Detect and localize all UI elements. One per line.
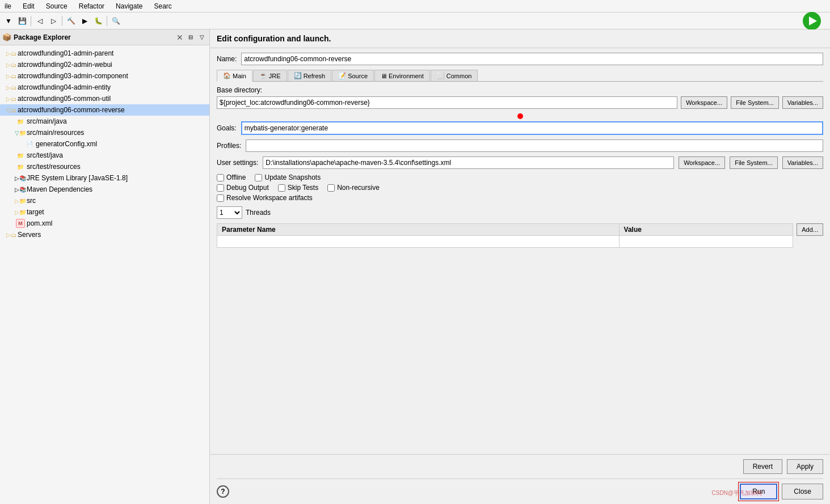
toolbar: ▼ 💾 ◁ ▷ 🔨 ▶ 🐛 🔍 [0,12,830,29]
tree-item-target[interactable]: ▷📁 target [0,206,209,218]
goals-input[interactable] [241,121,823,135]
debug-output-checkbox[interactable]: Debug Output [217,184,269,192]
menu-item-edit[interactable]: Edit [20,2,37,11]
profiles-label: Profiles: [217,142,241,150]
apply-btn[interactable]: Apply [787,459,823,474]
tree-item-project5[interactable]: ▷🗂 atcrowdfunding05-common-util [0,93,209,104]
tb-build-btn[interactable]: 🔨 [65,15,77,27]
skip-tests-checkbox[interactable]: Skip Tests [278,184,318,192]
tb-back-btn[interactable]: ◁ [33,15,46,27]
tree-item-src-test-java[interactable]: 📁 src/test/java [0,150,209,161]
skip-tests-label: Skip Tests [288,184,318,192]
project-folder-icon-2: ▷🗂 [7,60,16,69]
resolve-workspace-checkbox[interactable]: Resolve Workspace artifacts [217,194,313,202]
user-settings-input[interactable] [263,156,674,169]
close-btn[interactable]: Close [782,484,823,499]
config-title: Edit configuration and launch. [217,34,331,43]
tb-save-btn[interactable]: 💾 [16,15,28,27]
run-close-row: Run Close [740,484,823,499]
tree-item-maven-deps[interactable]: ▷📚 Maven Dependencies [0,184,209,195]
menu-item-refactor[interactable]: Refactor [77,2,107,11]
offline-checkbox[interactable]: Offline [217,173,246,181]
base-dir-input[interactable] [217,96,677,109]
tree-item-pom[interactable]: M pom.xml [0,218,209,229]
resolve-workspace-check[interactable] [217,194,224,202]
tree-item-project3[interactable]: ▷🗂 atcrowdfunding03-admin-component [0,70,209,82]
non-recursive-checkbox[interactable]: Non-recursive [327,184,380,192]
menu-item-file[interactable]: ile [2,2,14,11]
src-main-resources-label: src/main/resources [27,129,84,137]
tab-refresh[interactable]: 🔄 Refresh [288,70,332,81]
update-snapshots-check[interactable] [255,174,262,181]
tree-item-src-test-resources[interactable]: 📁 src/test/resources [0,161,209,172]
collapse-all-btn[interactable]: ⊟ [186,32,196,43]
tree-area[interactable]: ▷🗂 atcrowdfunding01-admin-parent ▷🗂 atcr… [0,45,209,504]
main-tab-icon: 🏠 [223,72,231,79]
tree-item-project4[interactable]: ▷🗂 atcrowdfunding04-admin-entity [0,82,209,93]
config-body: Name: 🏠 Main ☕ JRE 🔄 Refresh 📝 [210,48,830,454]
tb-debug-btn[interactable]: 🐛 [92,15,104,27]
workspace-btn-1[interactable]: Workspace... [681,96,727,109]
tree-item-jre[interactable]: ▷📚 JRE System Library [JavaSE-1.8] [0,172,209,184]
run-btn[interactable]: Run [740,484,777,499]
non-recursive-check[interactable] [327,184,335,192]
menu-item-search[interactable]: Searc [151,2,174,11]
workspace-btn-2[interactable]: Workspace... [679,156,725,169]
help-btn[interactable]: ? [217,485,229,498]
src-dir-icon: ▷📁 [16,196,25,205]
src-label: src [27,197,36,205]
tb-search-btn[interactable]: 🔍 [109,15,122,27]
offline-check[interactable] [217,174,224,181]
run-launch-btn[interactable] [803,12,821,30]
variables-btn-1[interactable]: Variables... [782,96,823,109]
tab-common[interactable]: ⬜ Common [431,70,478,81]
add-param-btn[interactable]: Add... [797,223,823,236]
profiles-input[interactable] [246,139,823,152]
checkboxes-section: Offline Update Snapshots Debug Output Sk… [217,173,823,202]
debug-output-check[interactable] [217,184,224,192]
user-settings-label: User settings: [217,159,258,167]
tab-main[interactable]: 🏠 Main [217,70,252,82]
tree-item-generator-config[interactable]: 📄 generatorConfig.xml [0,138,209,150]
left-panel: 📦 Package Explorer ✕ ⊟ ▽ ▷🗂 atcrowdfundi… [0,29,210,504]
panel-close-icon[interactable]: ✕ [176,33,183,42]
param-side-buttons: Add... [797,223,823,236]
src-resources-icon: ▽📁 [16,128,25,137]
menu-item-navigate[interactable]: Navigate [113,2,145,11]
file-system-btn-2[interactable]: File System... [730,156,778,169]
bottom-section: Revert Apply ? Run Close [210,454,830,504]
tree-item-servers[interactable]: ▷🗂 Servers [0,229,209,240]
checkbox-row-2: Debug Output Skip Tests Non-recursive [217,184,823,192]
tree-item-src-main-java[interactable]: 📁 src/main/java [0,116,209,127]
project-folder-icon-4: ▷🗂 [7,83,16,92]
env-tab-icon: 🖥 [381,73,387,79]
maven-deps-label: Maven Dependencies [27,185,92,193]
update-snapshots-checkbox[interactable]: Update Snapshots [255,173,321,181]
servers-label: Servers [18,231,41,239]
revert-btn[interactable]: Revert [743,459,782,474]
panel-icons: ⊟ ▽ [186,32,207,43]
tree-item-src[interactable]: ▷📁 src [0,195,209,206]
param-name-header: Parameter Name [217,224,620,236]
tb-fwd-btn[interactable]: ▷ [47,15,60,27]
skip-tests-check[interactable] [278,184,285,192]
tab-environment[interactable]: 🖥 Environment [374,70,430,81]
tb-run-btn[interactable]: ▶ [78,15,91,27]
menu-item-source[interactable]: Source [44,2,70,11]
panel-menu-btn[interactable]: ▽ [197,32,207,43]
base-dir-label: Base directory: [217,86,823,94]
tab-source[interactable]: 📝 Source [332,70,374,81]
package-explorer-icon: 📦 [2,33,11,41]
tree-item-project6[interactable]: ▽🗂 atcrowdfunding06-common-reverse [0,104,209,116]
tree-item-project1[interactable]: ▷🗂 atcrowdfunding01-admin-parent [0,48,209,59]
tree-item-project2[interactable]: ▷🗂 atcrowdfunding02-admin-webui [0,59,209,70]
tab-jre[interactable]: ☕ JRE [253,70,287,81]
name-input[interactable] [241,53,823,65]
threads-select[interactable]: 1 2 4 [217,206,242,219]
variables-btn-2[interactable]: Variables... [782,156,823,169]
checkbox-row-1: Offline Update Snapshots [217,173,823,181]
tree-item-src-main-resources[interactable]: ▽📁 src/main/resources [0,127,209,138]
tb-new-btn[interactable]: ▼ [2,15,15,27]
threads-label: Threads [246,209,271,217]
file-system-btn-1[interactable]: File System... [731,96,779,109]
